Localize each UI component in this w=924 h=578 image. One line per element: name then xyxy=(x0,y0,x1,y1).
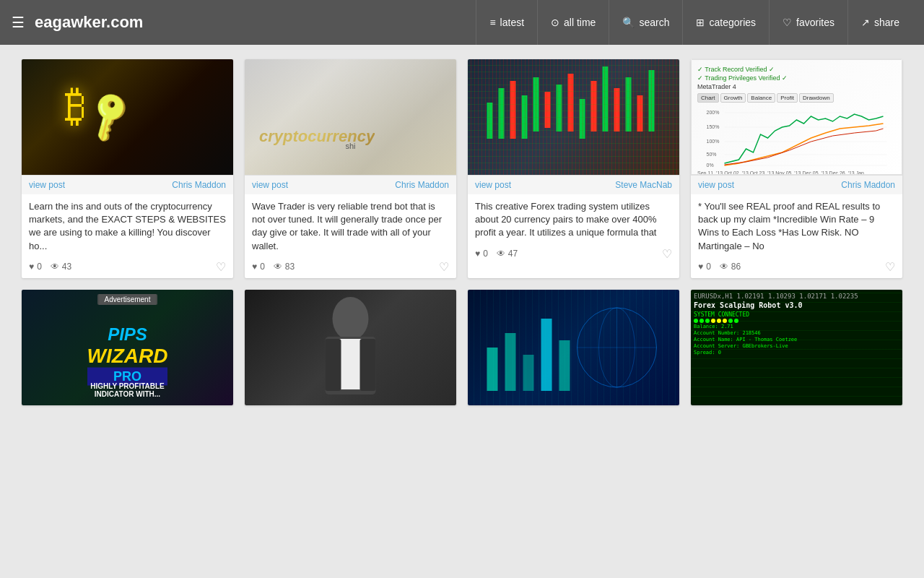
likes-icon-1: ♥ xyxy=(29,262,34,272)
nav-alltime[interactable]: ⊙ all time xyxy=(537,0,609,45)
card-image-tech xyxy=(468,290,679,405)
dot-6 xyxy=(723,319,727,323)
view-post-3[interactable]: view post xyxy=(475,180,511,190)
views-icon-1: 👁 xyxy=(51,262,59,272)
svg-rect-30 xyxy=(487,348,498,391)
views-count-3: 47 xyxy=(508,249,518,259)
card-desc-4: * You'll see REAL proof and REAL results… xyxy=(691,194,902,256)
pips-line2: WIZARD xyxy=(87,344,168,367)
top-grid: view post Chris Maddon Learn the ins and… xyxy=(22,59,902,278)
chart-tab-chart[interactable]: Chart xyxy=(697,93,719,103)
card-tech xyxy=(468,290,679,405)
robot-spread: Spread: 0 xyxy=(694,350,899,355)
view-post-2[interactable]: view post xyxy=(252,180,288,190)
card-crypto-key: shi view post Chris Maddon Wave Trader i… xyxy=(245,59,456,278)
card-desc-2: Wave Trader is very reliable trend bot t… xyxy=(245,194,456,256)
robot-server: Account Server: GBEbrokers-Live xyxy=(694,343,899,349)
view-post-1[interactable]: view post xyxy=(29,180,65,190)
card-meta-1: view post Chris Maddon xyxy=(22,175,233,194)
card-footer-2: ♥ 0 👁 83 ♡ xyxy=(245,256,456,278)
svg-rect-10 xyxy=(603,66,609,131)
robot-dots xyxy=(694,319,899,323)
dot-7 xyxy=(728,319,733,323)
card-man xyxy=(245,290,456,405)
performance-chart: 200% 150% 100% 50% 0% xyxy=(697,105,896,171)
svg-text:100%: 100% xyxy=(707,139,720,144)
favorite-btn-3[interactable]: ♡ xyxy=(662,247,672,261)
svg-rect-31 xyxy=(505,333,516,391)
favorite-btn-2[interactable]: ♡ xyxy=(439,260,449,274)
tech-chart xyxy=(468,290,679,405)
svg-text:200%: 200% xyxy=(707,110,720,115)
bitcoin-image xyxy=(22,59,233,175)
nav-favorites-label: favorites xyxy=(796,17,834,28)
search-icon: 🔍 xyxy=(622,17,635,28)
chart-tab-drawdown[interactable]: Drawdown xyxy=(799,93,834,103)
ad-label: Advertisement xyxy=(97,294,158,305)
nav-favorites[interactable]: ♡ favorites xyxy=(769,0,847,45)
views-stat-4: 👁 86 xyxy=(720,262,741,272)
chart-tabs[interactable]: Chart Growth Balance Profit Drawdown xyxy=(697,93,896,103)
dot-5 xyxy=(717,319,721,323)
chart-tab-growth[interactable]: Growth xyxy=(720,93,746,103)
nav-categories[interactable]: ⊞ categories xyxy=(682,0,769,45)
view-post-4[interactable]: view post xyxy=(698,180,734,190)
alltime-icon: ⊙ xyxy=(551,17,559,28)
nav-search[interactable]: 🔍 search xyxy=(609,0,682,45)
svg-rect-1 xyxy=(499,88,505,139)
likes-count-1: 0 xyxy=(37,262,42,272)
views-stat-3: 👁 47 xyxy=(497,249,518,259)
card-image-pips: Advertisement PIPS WIZARD PRO HIGHLY PRO… xyxy=(22,290,233,405)
nav-latest[interactable]: ≡ latest xyxy=(476,0,537,45)
likes-icon-2: ♥ xyxy=(252,262,257,272)
svg-point-36 xyxy=(599,308,635,387)
nav-share[interactable]: ↗ share xyxy=(847,0,912,45)
views-icon-2: 👁 xyxy=(274,262,282,272)
svg-rect-2 xyxy=(510,81,516,139)
svg-rect-6 xyxy=(557,85,562,131)
author-2[interactable]: Chris Maddon xyxy=(395,180,449,190)
svg-text:0%: 0% xyxy=(707,163,714,168)
author-1[interactable]: Chris Maddon xyxy=(172,180,226,190)
svg-rect-12 xyxy=(626,77,632,131)
svg-point-35 xyxy=(578,308,657,387)
chart-legend: Sep 11, '13 Oct 02, '13 Oct 23, '13 Nov … xyxy=(697,171,896,175)
candlestick-chart xyxy=(468,59,679,175)
author-4[interactable]: Chris Maddon xyxy=(841,180,895,190)
card-meta-2: view post Chris Maddon xyxy=(245,175,456,194)
dot-3 xyxy=(705,319,710,323)
main-nav: ≡ latest ⊙ all time 🔍 search ⊞ categorie… xyxy=(476,0,912,45)
chart-tab-balance[interactable]: Balance xyxy=(747,93,775,103)
author-3[interactable]: Steve MacNab xyxy=(615,180,672,190)
card-forex-trader: view post Steve MacNab This creative For… xyxy=(468,59,679,278)
svg-rect-4 xyxy=(533,77,539,131)
favorite-btn-4[interactable]: ♡ xyxy=(885,260,895,274)
chart-tab-profit[interactable]: Profit xyxy=(777,93,798,103)
dot-8 xyxy=(734,319,738,323)
card-footer-4: ♥ 0 👁 86 ♡ xyxy=(691,256,902,278)
card-image-forex xyxy=(468,59,679,175)
card-footer-3: ♥ 0 👁 47 ♡ xyxy=(468,243,679,265)
card-footer-1: ♥ 0 👁 43 ♡ xyxy=(22,256,233,278)
views-count-4: 86 xyxy=(731,262,741,272)
nav-latest-label: latest xyxy=(500,17,524,28)
likes-icon-3: ♥ xyxy=(475,249,480,259)
menu-icon[interactable]: ☰ xyxy=(12,14,25,31)
robot-overlay: EURUSDx,H1 1.02191 1.10293 1.02171 1.022… xyxy=(691,290,902,405)
card-desc-1: Learn the ins and outs of the cryptocurr… xyxy=(22,194,233,256)
chart-platform: MetaTrader 4 xyxy=(697,83,896,90)
svg-rect-33 xyxy=(541,319,552,391)
svg-text:50%: 50% xyxy=(707,152,717,157)
card-meta-3: view post Steve MacNab xyxy=(468,175,679,194)
legend-dates: Sep 11, '13 Oct 02, '13 Oct 23, '13 Nov … xyxy=(697,171,864,175)
svg-rect-14 xyxy=(649,70,655,131)
robot-title: Forex Scalping Robot v3.0 xyxy=(694,301,899,309)
likes-count-4: 0 xyxy=(706,262,711,272)
card-image-chart: ✓ Track Record Verified ✓ ✓ Trading Priv… xyxy=(691,59,902,175)
robot-balance: Balance: 2.71 xyxy=(694,324,899,329)
views-stat-1: 👁 43 xyxy=(51,262,71,272)
favorite-btn-1[interactable]: ♡ xyxy=(216,260,226,274)
svg-rect-5 xyxy=(545,92,551,128)
svg-rect-13 xyxy=(637,95,643,131)
svg-text:150%: 150% xyxy=(707,124,720,129)
